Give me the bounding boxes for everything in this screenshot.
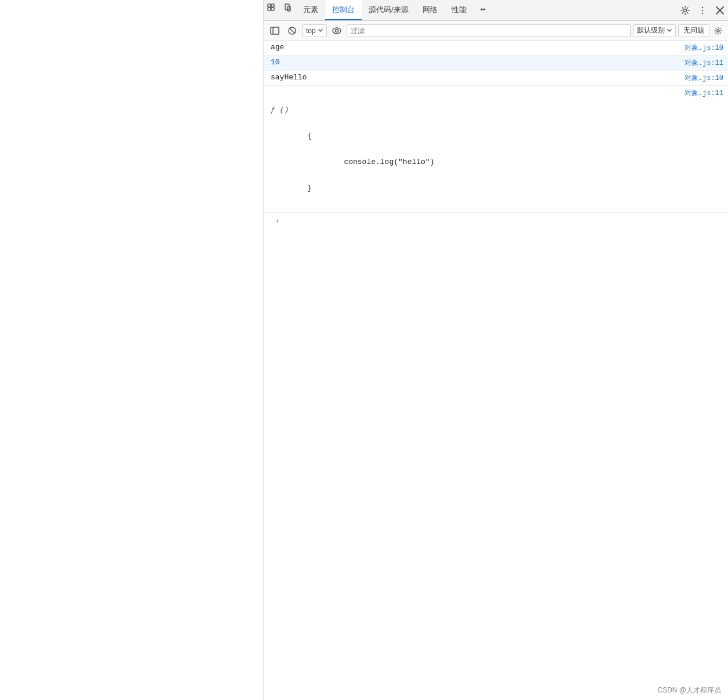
console-output: age 对象.js:10 10 对象.js:11 sayHello 对象.js:… [264, 41, 728, 700]
settings-btn[interactable] [677, 2, 693, 19]
device-icon [283, 3, 293, 13]
close-btn[interactable] [712, 2, 728, 19]
console-toolbar: top 默认级别 无问题 [264, 21, 728, 41]
console-settings-icon [714, 27, 722, 35]
svg-rect-12 [271, 27, 279, 34]
console-link-sayhello[interactable]: 对象.js:10 [685, 73, 723, 83]
clear-icon [288, 27, 296, 35]
settings-icon [680, 6, 690, 15]
svg-point-6 [684, 9, 687, 12]
svg-rect-1 [271, 4, 274, 7]
svg-point-17 [335, 29, 338, 32]
eye-btn[interactable] [329, 23, 344, 38]
svg-point-7 [702, 6, 703, 8]
svg-line-15 [290, 28, 295, 33]
level-dropdown[interactable]: 默认级别 [633, 24, 676, 37]
svg-rect-2 [268, 8, 271, 10]
sidebar-icon [270, 27, 279, 35]
clear-console-btn[interactable] [285, 23, 300, 38]
inspect-icon [267, 3, 276, 13]
left-panel [0, 0, 264, 700]
device-icon-btn[interactable] [280, 0, 296, 16]
sidebar-toggle-btn[interactable] [267, 23, 282, 38]
console-link-10[interactable]: 对象.js:11 [685, 58, 723, 68]
tab-console[interactable]: 控制台 [325, 0, 362, 20]
console-settings-btn[interactable] [712, 24, 725, 37]
tab-network[interactable]: 网络 [416, 0, 445, 20]
devtools-panel: 元素 控制台 源代码/来源 网络 性能 •• [264, 0, 728, 700]
eye-icon [332, 27, 341, 34]
svg-point-16 [333, 28, 341, 34]
level-chevron-icon [667, 29, 672, 32]
more-options-btn[interactable] [694, 2, 711, 19]
top-dropdown[interactable]: top [302, 24, 327, 37]
console-row-age: age 对象.js:10 [264, 41, 728, 56]
more-options-icon [698, 6, 707, 15]
svg-rect-0 [268, 4, 271, 7]
tab-sources[interactable]: 源代码/来源 [362, 0, 416, 20]
watermark: CSDN @人才程序员 [657, 686, 721, 695]
console-row-function: ƒ () { console.log("hello") } 对象.js:11 [264, 86, 728, 213]
no-issues-btn[interactable]: 无问题 [678, 24, 709, 37]
devtools-top-icons [677, 0, 728, 20]
svg-point-8 [702, 9, 703, 10]
svg-point-9 [702, 12, 703, 13]
devtools-tabs: 元素 控制台 源代码/来源 网络 性能 •• [264, 0, 728, 21]
console-prompt-chevron: › [271, 215, 284, 228]
console-row-sayhello: sayHello 对象.js:10 [264, 71, 728, 86]
inspect-icon-btn[interactable] [264, 0, 280, 16]
console-link-function[interactable]: 对象.js:11 [685, 88, 723, 98]
svg-rect-3 [271, 8, 274, 10]
close-icon [716, 6, 724, 14]
chevron-down-icon [318, 29, 323, 32]
tab-performance[interactable]: 性能 [445, 0, 474, 20]
tab-elements[interactable]: 元素 [296, 0, 325, 20]
console-prompt-row: › [264, 213, 728, 230]
filter-input[interactable] [347, 24, 631, 37]
console-link-age[interactable]: 对象.js:10 [685, 43, 723, 53]
tab-more[interactable]: •• [474, 0, 493, 20]
svg-point-18 [717, 30, 719, 32]
console-row-10: 10 对象.js:11 [264, 56, 728, 71]
